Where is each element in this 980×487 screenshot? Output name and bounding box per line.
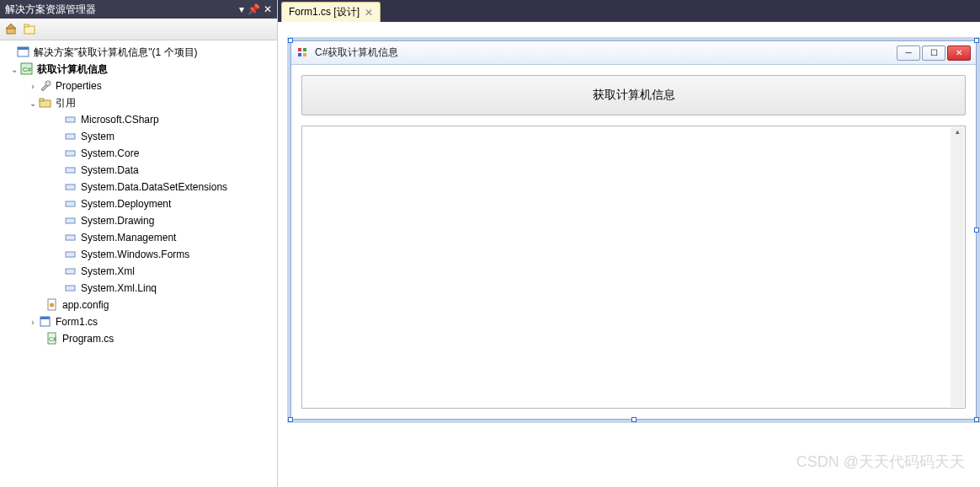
reference-label: System.Deployment — [81, 198, 171, 210]
reference-icon — [64, 281, 77, 295]
reference-item[interactable]: Microsoft.CSharp — [0, 111, 277, 128]
maximize-button[interactable]: ☐ — [922, 45, 945, 61]
solution-icon — [17, 45, 30, 59]
reference-item[interactable]: System.Xml — [0, 263, 277, 280]
svg-rect-11 — [66, 117, 75, 122]
form-window[interactable]: C#获取计算机信息 ─ ☐ ✕ 获取计算机信息 — [290, 40, 977, 420]
svg-rect-14 — [66, 168, 75, 173]
home-icon[interactable] — [5, 23, 19, 36]
reference-icon — [64, 147, 77, 160]
resize-handle[interactable] — [288, 417, 293, 422]
reference-item[interactable]: System.Deployment — [0, 195, 277, 212]
editor-area: Form1.cs [设计] ✕ C#获取计算机信息 ─ ☐ ✕ 获取计算机信息 — [278, 0, 980, 487]
reference-item[interactable]: System — [0, 128, 277, 145]
svg-rect-15 — [66, 185, 75, 190]
resize-handle[interactable] — [974, 227, 979, 233]
panel-header: 解决方案资源管理器 ▾ 📌 ✕ — [0, 0, 277, 19]
reference-item[interactable]: System.Core — [0, 145, 277, 162]
folder-icon — [39, 96, 52, 110]
solution-node[interactable]: 解决方案"获取计算机信息"(1 个项目) — [0, 44, 277, 61]
svg-text:C#: C# — [49, 336, 56, 342]
svg-rect-10 — [40, 99, 44, 101]
form-titlebar[interactable]: C#获取计算机信息 ─ ☐ ✕ — [291, 41, 976, 65]
scrollbar[interactable] — [951, 127, 964, 407]
tab-strip: Form1.cs [设计] ✕ — [278, 0, 980, 22]
form-title: C#获取计算机信息 — [315, 45, 897, 60]
form1-label: Form1.cs — [56, 316, 98, 328]
panel-dropdown-icon[interactable]: ▾ — [239, 3, 244, 15]
svg-rect-19 — [66, 252, 75, 257]
get-computer-info-button[interactable]: 获取计算机信息 — [301, 75, 966, 115]
reference-label: System.Xml.Linq — [81, 282, 157, 294]
solution-label: 解决方案"获取计算机信息"(1 个项目) — [34, 45, 198, 60]
reference-label: System.Drawing — [81, 215, 154, 227]
reference-item[interactable]: System.Xml.Linq — [0, 280, 277, 297]
show-all-files-icon[interactable] — [24, 23, 37, 36]
chevron-down-icon[interactable]: ⌄ — [27, 99, 39, 108]
reference-label: System.Management — [81, 232, 176, 244]
reference-label: System.Xml — [81, 265, 135, 277]
svg-text:C#: C# — [23, 66, 32, 73]
tab-close-icon[interactable]: ✕ — [365, 7, 373, 19]
chevron-right-icon[interactable]: › — [27, 318, 39, 327]
project-node[interactable]: ⌄ C# 获取计算机信息 — [0, 61, 277, 78]
reference-icon — [64, 214, 77, 227]
reference-icon — [64, 231, 77, 244]
reference-label: System.Core — [81, 147, 139, 159]
form1-node[interactable]: › Form1.cs — [0, 313, 277, 330]
svg-rect-3 — [24, 24, 29, 27]
reference-item[interactable]: System.Drawing — [0, 212, 277, 229]
project-label: 获取计算机信息 — [37, 62, 108, 77]
svg-rect-16 — [66, 201, 75, 206]
solution-explorer-panel: 解决方案资源管理器 ▾ 📌 ✕ 解决方案"获取计算机信息"(1 个项目) ⌄ C… — [0, 0, 278, 487]
solution-toolbar — [0, 19, 277, 40]
svg-rect-18 — [66, 235, 75, 240]
svg-rect-30 — [298, 53, 301, 56]
properties-node[interactable]: › Properties — [0, 78, 277, 94]
reference-item[interactable]: System.Data.DataSetExtensions — [0, 179, 277, 195]
wrench-icon — [39, 79, 52, 93]
resize-handle[interactable] — [288, 38, 293, 43]
close-icon[interactable]: ✕ — [264, 3, 272, 15]
svg-marker-1 — [6, 24, 16, 29]
form-file-icon — [39, 315, 52, 329]
svg-rect-21 — [66, 286, 75, 291]
svg-rect-29 — [303, 48, 306, 51]
button-label: 获取计算机信息 — [593, 88, 675, 103]
result-listbox[interactable] — [301, 126, 966, 409]
cs-file-icon: C# — [45, 332, 59, 345]
appconfig-label: app.config — [62, 299, 109, 311]
references-label: 引用 — [56, 96, 76, 110]
resize-handle[interactable] — [631, 417, 636, 422]
solution-tree[interactable]: 解决方案"获取计算机信息"(1 个项目) ⌄ C# 获取计算机信息 › Prop… — [0, 40, 277, 487]
properties-label: Properties — [56, 80, 102, 92]
svg-rect-12 — [66, 134, 75, 139]
form-client-area: 获取计算机信息 — [291, 65, 976, 419]
appconfig-node[interactable]: app.config — [0, 297, 277, 313]
reference-item[interactable]: System.Windows.Forms — [0, 246, 277, 263]
chevron-right-icon[interactable]: › — [27, 82, 39, 91]
pin-icon[interactable]: 📌 — [248, 3, 260, 15]
program-node[interactable]: C# Program.cs — [0, 330, 277, 347]
program-label: Program.cs — [62, 333, 114, 345]
resize-handle[interactable] — [974, 417, 979, 422]
chevron-down-icon[interactable]: ⌄ — [8, 65, 20, 74]
reference-item[interactable]: System.Management — [0, 229, 277, 246]
window-close-button[interactable]: ✕ — [947, 45, 971, 61]
svg-point-23 — [50, 303, 54, 308]
svg-rect-5 — [18, 47, 29, 50]
tab-form1-design[interactable]: Form1.cs [设计] ✕ — [281, 2, 381, 22]
svg-rect-20 — [66, 269, 75, 274]
svg-point-8 — [45, 81, 51, 86]
tab-label: Form1.cs [设计] — [289, 5, 360, 19]
minimize-button[interactable]: ─ — [897, 45, 920, 61]
svg-rect-28 — [298, 48, 301, 51]
reference-label: Microsoft.CSharp — [81, 114, 159, 126]
references-node[interactable]: ⌄ 引用 — [0, 94, 277, 111]
csharp-project-icon: C# — [20, 62, 34, 76]
reference-item[interactable]: System.Data — [0, 162, 277, 179]
designer-surface[interactable]: C#获取计算机信息 ─ ☐ ✕ 获取计算机信息 — [278, 22, 980, 487]
reference-icon — [64, 197, 77, 211]
resize-handle[interactable] — [974, 38, 979, 43]
reference-icon — [64, 130, 77, 143]
